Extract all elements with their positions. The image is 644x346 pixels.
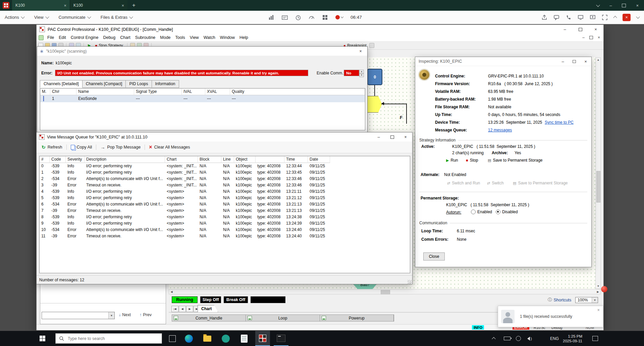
message-row[interactable]: 10-534ErrorAttempt(s) to communicate wit… [40,227,410,233]
menu-view[interactable]: View [187,35,201,40]
maximize-icon[interactable] [385,133,399,141]
message-row[interactable]: 6-534ErrorAttempt(s) to communicate with… [40,201,410,208]
column-header[interactable]: Name [76,89,134,95]
taskbar-explorer-icon[interactable] [200,331,215,346]
menu-edit[interactable]: Edit [56,35,68,40]
pop-top-message-button[interactable]: → Pop Top Message [97,145,144,150]
inspect-titlebar[interactable]: Inspecting: K100_EPIC – × [415,57,591,66]
menu-actions[interactable]: Actions [5,15,24,20]
maximize-icon[interactable] [573,25,588,34]
chevron-down-icon[interactable] [596,3,600,7]
column-header[interactable]: Block [198,156,221,163]
column-header[interactable]: Severity [66,156,85,163]
message-row[interactable]: 3-39ErrorTimeout on receive.<system: _IN… [40,182,410,188]
close-tab-icon[interactable]: × [64,3,66,8]
column-header[interactable]: M. [40,89,50,95]
flow-block-0[interactable]: 0 [367,69,382,85]
chevron-up-icon[interactable] [613,16,617,19]
tab-channels-compact[interactable]: Channels [Compact] [82,80,126,88]
find-input-select[interactable]: ▼ [42,312,115,319]
queue-dialog-titlebar[interactable]: View Message Queue for "K100_EPIC" at 10… [37,132,412,141]
session-tab-2[interactable]: K100 × [70,0,127,11]
close-icon[interactable]: × [588,25,603,34]
scroll-thumb[interactable] [381,290,390,294]
column-header[interactable]: Time [284,156,308,163]
toolbar-extra-icon[interactable] [369,43,374,48]
switch-button[interactable]: ⇄ Switch [487,181,504,185]
prev-button[interactable]: ↑ Prev [140,312,152,317]
tab-channels-detailed[interactable]: Channels [Detailed] [40,80,83,88]
new-tab-button[interactable]: + [132,2,136,9]
message-row[interactable]: 5-539InfoI/O error; performing retry<sys… [40,195,410,201]
mdi-restore-icon[interactable] [589,36,593,39]
message-row[interactable]: 4-539InfoI/O error; performing retry<sys… [40,188,410,195]
tab-pid-loops[interactable]: PID Loops [125,80,152,88]
stats-icon[interactable] [268,14,274,20]
clear-all-messages-button[interactable]: × Clear All Messages [146,144,193,150]
scroll-left-icon[interactable]: ◀ [169,290,174,294]
close-icon[interactable]: × [636,3,639,8]
message-row[interactable]: 11-39ErrorTimeout on receive.<system>N/A… [40,233,410,239]
save-permanent-button[interactable]: ▤ Save to Permanent Storage [488,158,543,163]
timer-icon[interactable] [295,14,301,20]
menu-tools[interactable]: Tools [173,35,187,40]
menu-view[interactable]: View [34,15,49,20]
tray-expand-chevron[interactable] [492,331,495,346]
battery-icon[interactable] [504,331,511,346]
scan-row[interactable]: 1ExoSonde------------ [40,95,365,102]
message-row[interactable]: 7-39ErrorTimeout on receive.<system>N/AN… [40,208,410,214]
column-header[interactable]: Chart [165,156,198,163]
close-icon[interactable]: × [597,307,600,312]
column-header[interactable]: Quality [230,89,365,95]
field-link[interactable]: 12 messages [488,128,512,132]
search-input[interactable] [67,336,152,341]
close-icon[interactable]: × [399,133,412,141]
column-header[interactable]: XVAL [205,89,230,95]
up-arrow-icon[interactable]: ▲ [359,70,364,73]
menu-help[interactable]: Help [237,35,251,40]
save-permanent-alt-button[interactable]: ▤ Save to Permanent Storage [513,181,568,185]
menu-chart[interactable]: Chart [118,35,133,40]
taskbar-pac-control-icon[interactable] [255,331,270,346]
scroll-up-icon[interactable]: ▲ [596,58,601,62]
enable-comm-stepper[interactable]: ▲ ▼ [359,70,364,77]
message-row[interactable]: 2-534ErrorAttempt(s) to communicate with… [40,176,410,182]
menu-window[interactable]: Window [218,35,237,40]
action-center-icon[interactable] [592,331,598,346]
menu-mode[interactable]: Mode [158,35,173,40]
field-link[interactable]: Sync time to PC [545,120,574,125]
scan-dialog-titlebar[interactable]: ∗ "k100epic" (scanning) × [37,47,367,56]
subchart-powerup[interactable]: Powerup [320,315,394,321]
sheet-nav-button-2[interactable]: ▶ [186,306,193,312]
fullscreen-icon[interactable] [602,14,608,20]
sheet-nav-button-1[interactable]: ◀ [179,306,186,312]
subchart-comm-handle[interactable]: Comm_Handle [172,315,246,321]
enable-comm-field[interactable]: No [344,70,359,76]
session-tab-1[interactable]: K100 × [12,0,70,11]
task-view-button[interactable] [166,331,179,346]
tab-chart[interactable]: Chart [198,305,218,312]
message-row[interactable]: 8-539InfoI/O error; performing retry<sys… [40,214,410,220]
message-row[interactable]: 1-539InfoI/O error; performing retry<sys… [40,169,410,176]
monitor-icon[interactable] [578,14,584,20]
horizontal-scrollbar[interactable]: ◀ ▶ [169,289,601,294]
message-row[interactable]: 0-539InfoI/O error; performing retry<sys… [40,163,410,169]
down-arrow-icon[interactable]: ▼ [359,73,364,77]
minimize-icon[interactable]: – [372,133,385,141]
menu-file[interactable]: File [45,35,56,40]
maximize-icon[interactable] [622,4,626,7]
column-header[interactable]: Object [234,156,256,163]
refresh-button[interactable]: ↻ Refresh [39,145,65,150]
menu-files-extras[interactable]: Files & Extras [101,15,132,20]
message-row[interactable]: 9-539InfoI/O error; performing retry<sys… [40,220,410,227]
chevron-down-icon[interactable]: ▼ [592,297,598,303]
close-tab-icon[interactable]: × [121,3,124,8]
record-button[interactable] [335,15,343,19]
remote-app-icon[interactable] [3,2,9,9]
sheet-nav-button-0[interactable]: |◀ [171,306,178,312]
gauge-icon[interactable] [309,14,315,20]
column-header[interactable] [256,156,284,163]
volume-icon[interactable]: ) [527,331,532,346]
mdi-close-icon[interactable]: × [598,35,600,40]
phone-icon[interactable] [566,14,572,20]
